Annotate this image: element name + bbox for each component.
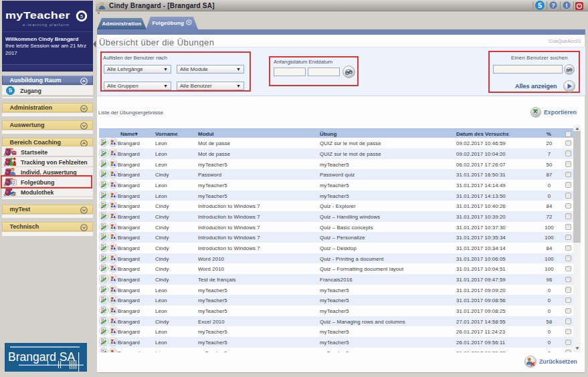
svg-text:Brangard SA: Brangard SA <box>8 350 76 364</box>
svg-text:!: ! <box>565 1 567 9</box>
svg-text:5: 5 <box>80 13 83 19</box>
svg-text:5: 5 <box>538 1 542 9</box>
svg-text:?: ? <box>551 2 555 9</box>
